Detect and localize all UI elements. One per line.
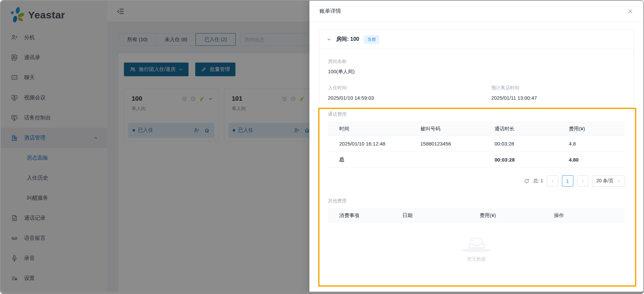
- col-fee: 费用(¥): [568, 122, 625, 136]
- room-section-title: 房间: 100: [336, 36, 359, 43]
- cell-fee: 4.8: [568, 136, 625, 152]
- col-actions: 操作: [554, 209, 625, 222]
- drawer-title: 账单详情: [319, 8, 341, 15]
- room-bill-section: 房间: 100 当前 房间名称 100(单人间) 入住时间 2025/01/10…: [319, 29, 634, 286]
- bill-details-drawer: 账单详情 房间: 100 当前 房间名称 100(单人间) 入住时间 2025/…: [309, 1, 643, 292]
- drawer-header: 账单详情: [309, 1, 643, 22]
- col-time: 时间: [328, 122, 420, 136]
- total-label: 总: [328, 152, 420, 168]
- pagination-total: 总: 1: [533, 178, 543, 184]
- chevron-left-icon: [551, 179, 555, 183]
- col-date: 日期: [402, 209, 480, 222]
- checkin-time-label: 入住时间: [328, 85, 491, 91]
- col-duration: 通话时长: [494, 122, 569, 136]
- col-callee: 被叫号码: [420, 122, 494, 136]
- chevron-right-icon: [581, 179, 585, 183]
- page-number-button[interactable]: 1: [562, 175, 573, 187]
- checkin-time-value: 2025/01/10 14:59:03: [328, 95, 491, 101]
- current-badge: 当前: [364, 35, 379, 44]
- other-fees-header-row: 消费事项 日期 费用(¥) 操作: [328, 209, 625, 222]
- page-size-select[interactable]: 20 条/页: [592, 175, 625, 187]
- empty-state: 暂无数据: [328, 222, 625, 275]
- next-page-button[interactable]: [577, 175, 588, 187]
- other-fees-title: 其他费用: [328, 198, 625, 204]
- col-fee: 费用(¥): [479, 209, 554, 222]
- call-fees-title: 通话费用: [328, 111, 625, 117]
- call-fees-table: 时间 被叫号码 通话时长 费用(¥) 2025/01/10 16:12:48 1…: [328, 122, 625, 168]
- empty-text: 暂无数据: [467, 256, 486, 262]
- room-name-value: 100(单人间): [328, 69, 625, 75]
- col-expense-item: 消费事项: [328, 209, 402, 222]
- total-duration: 00:03:28: [494, 152, 569, 168]
- chevron-down-icon: [617, 179, 621, 183]
- chevron-down-icon: [327, 37, 332, 42]
- room-section-header[interactable]: 房间: 100 当前: [319, 30, 634, 49]
- cell-time: 2025/01/10 16:12:48: [328, 136, 420, 152]
- call-fees-header-row: 时间 被叫号码 通话时长 费用(¥): [328, 122, 625, 136]
- room-name-label: 房间名称: [328, 59, 625, 65]
- call-fees-pagination: 总: 1 1 20 条/页: [328, 175, 625, 187]
- checkout-time-label: 预计离店时间: [491, 85, 625, 91]
- prev-page-button[interactable]: [547, 175, 558, 187]
- cell-callee: 15880123456: [420, 136, 494, 152]
- total-fee: 4.80: [568, 152, 625, 168]
- checkout-time-value: 2025/01/11 13:00:47: [491, 95, 625, 101]
- other-fees-table: 消费事项 日期 费用(¥) 操作: [328, 209, 625, 222]
- inbox-shadow: [462, 248, 491, 252]
- call-fees-total-row: 总 00:03:28 4.80: [328, 152, 625, 168]
- refresh-icon[interactable]: [524, 178, 529, 184]
- drawer-body: 房间: 100 当前 房间名称 100(单人间) 入住时间 2025/01/10…: [309, 22, 643, 286]
- room-section-body: 房间名称 100(单人间) 入住时间 2025/01/10 14:59:03 预…: [319, 49, 634, 285]
- close-icon[interactable]: [627, 8, 633, 14]
- cell-duration: 00:03:28: [494, 136, 569, 152]
- call-fee-row: 2025/01/10 16:12:48 15880123456 00:03:28…: [328, 136, 625, 152]
- app-window: Yeastar 分机 通讯录 聊天 视频会议 话务控制台: [0, 0, 644, 294]
